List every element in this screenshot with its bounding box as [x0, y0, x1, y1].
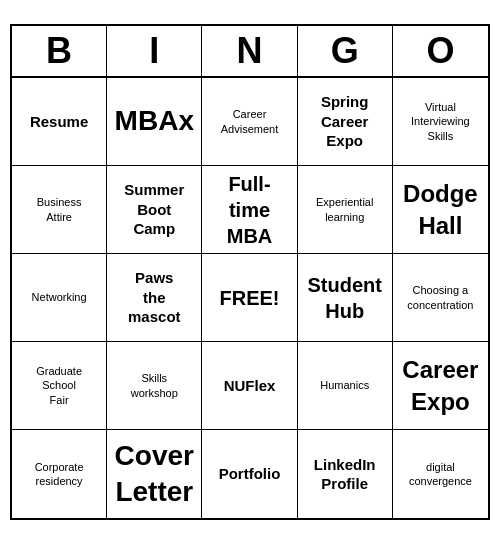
- header-letter: G: [298, 26, 393, 76]
- bingo-cell: MBAx: [107, 78, 202, 166]
- bingo-cell: Portfolio: [202, 430, 297, 518]
- cell-text: Cover Letter: [115, 438, 194, 511]
- bingo-cell: Career Advisement: [202, 78, 297, 166]
- bingo-header: BINGO: [12, 26, 488, 78]
- bingo-cell: Full- time MBA: [202, 166, 297, 254]
- cell-text: Portfolio: [219, 464, 281, 484]
- cell-text: MBAx: [115, 103, 194, 139]
- bingo-cell: LinkedIn Profile: [298, 430, 393, 518]
- cell-text: Choosing a concentration: [407, 283, 473, 312]
- bingo-cell: Paws the mascot: [107, 254, 202, 342]
- bingo-cell: Networking: [12, 254, 107, 342]
- cell-text: Humanics: [320, 378, 369, 392]
- cell-text: FREE!: [219, 285, 279, 311]
- cell-text: LinkedIn Profile: [314, 455, 376, 494]
- bingo-cell: Dodge Hall: [393, 166, 488, 254]
- bingo-cell: Choosing a concentration: [393, 254, 488, 342]
- bingo-cell: Skills workshop: [107, 342, 202, 430]
- cell-text: Career Advisement: [221, 107, 278, 136]
- header-letter: O: [393, 26, 488, 76]
- cell-text: Graduate School Fair: [36, 364, 82, 407]
- bingo-grid: ResumeMBAxCareer AdvisementSpring Career…: [12, 78, 488, 518]
- cell-text: Virtual Interviewing Skills: [411, 100, 470, 143]
- bingo-cell: Corporate residency: [12, 430, 107, 518]
- cell-text: Career Expo: [402, 354, 478, 416]
- cell-text: Resume: [30, 112, 88, 132]
- bingo-card: BINGO ResumeMBAxCareer AdvisementSpring …: [10, 24, 490, 520]
- bingo-cell: NUFlex: [202, 342, 297, 430]
- bingo-cell: Humanics: [298, 342, 393, 430]
- bingo-cell: Virtual Interviewing Skills: [393, 78, 488, 166]
- bingo-cell: Experiential learning: [298, 166, 393, 254]
- cell-text: Student Hub: [307, 272, 381, 324]
- cell-text: Full- time MBA: [227, 171, 273, 249]
- cell-text: Business Attire: [37, 195, 82, 224]
- bingo-cell: Business Attire: [12, 166, 107, 254]
- bingo-cell: Summer Boot Camp: [107, 166, 202, 254]
- header-letter: B: [12, 26, 107, 76]
- header-letter: I: [107, 26, 202, 76]
- bingo-cell: Resume: [12, 78, 107, 166]
- bingo-cell: Spring Career Expo: [298, 78, 393, 166]
- bingo-cell: Graduate School Fair: [12, 342, 107, 430]
- bingo-cell: FREE!: [202, 254, 297, 342]
- cell-text: Skills workshop: [131, 371, 178, 400]
- bingo-cell: Cover Letter: [107, 430, 202, 518]
- cell-text: digital convergence: [409, 460, 472, 489]
- bingo-cell: Student Hub: [298, 254, 393, 342]
- cell-text: Paws the mascot: [128, 268, 181, 327]
- bingo-cell: Career Expo: [393, 342, 488, 430]
- header-letter: N: [202, 26, 297, 76]
- cell-text: Experiential learning: [316, 195, 373, 224]
- cell-text: Corporate residency: [35, 460, 84, 489]
- bingo-cell: digital convergence: [393, 430, 488, 518]
- cell-text: Networking: [32, 290, 87, 304]
- cell-text: Spring Career Expo: [321, 92, 369, 151]
- cell-text: Dodge Hall: [403, 178, 478, 240]
- cell-text: Summer Boot Camp: [124, 180, 184, 239]
- cell-text: NUFlex: [224, 376, 276, 396]
